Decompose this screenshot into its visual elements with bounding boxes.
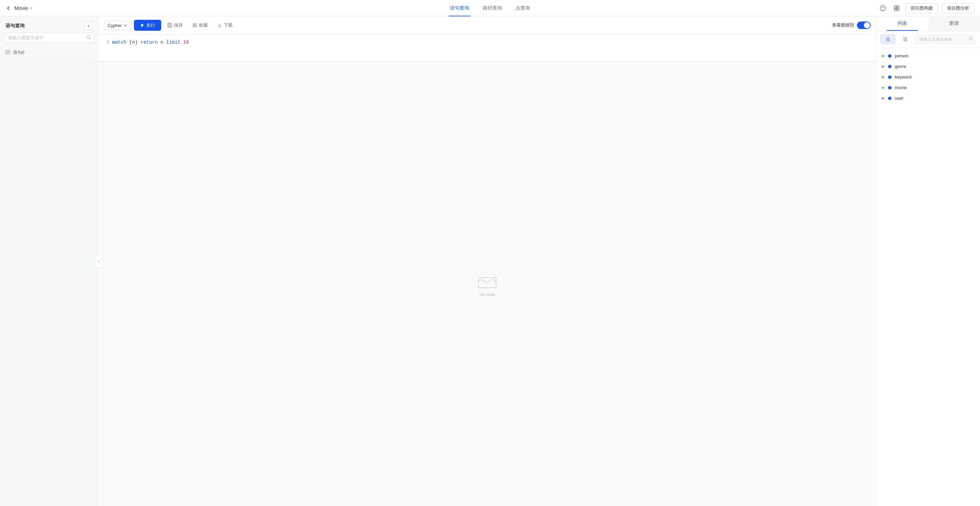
node-item-person[interactable]: ▶ person (877, 51, 980, 61)
node-search-icon (969, 36, 973, 42)
node-label-movie: movie (895, 85, 907, 90)
svg-rect-18 (193, 25, 194, 27)
node-expand-icon: ▶ (882, 64, 885, 69)
nav-right-area: ? 前往图构建 前往图分析 (878, 3, 975, 13)
no-data-icon (477, 271, 498, 289)
collect-icon (192, 23, 197, 28)
download-icon (217, 23, 222, 28)
sidebar-search-input[interactable] (4, 33, 94, 43)
result-panel: No data (99, 62, 876, 506)
sentence-icon (5, 50, 10, 56)
svg-rect-17 (195, 24, 196, 25)
node-label-genre: genre (895, 64, 906, 69)
svg-rect-3 (897, 6, 899, 8)
svg-line-7 (90, 38, 91, 39)
node-label-user: user (895, 95, 904, 101)
filter-edge-button[interactable]: 边 (898, 35, 913, 44)
right-tab-graph[interactable]: 图谱 (928, 16, 980, 31)
tab-point-query[interactable]: 点查询 (514, 0, 531, 16)
svg-rect-15 (169, 25, 171, 27)
help-icon-button[interactable]: ? (878, 3, 888, 13)
node-dot (888, 65, 891, 68)
right-panel: 列表 图谱 点 边 (876, 16, 980, 506)
svg-rect-16 (193, 24, 194, 25)
svg-rect-14 (169, 23, 170, 25)
keyword-return: return (140, 38, 158, 46)
filter-point-button[interactable]: 点 (881, 35, 895, 44)
main-layout: 语句查询 + (0, 16, 980, 506)
view-model-toggle[interactable] (857, 22, 871, 29)
sidebar-item-sentence0[interactable]: 语句0 (0, 47, 98, 59)
collapse-sidebar-button[interactable]: ‹ (95, 254, 103, 268)
keyword-match: match (112, 38, 126, 46)
node-dot (888, 97, 891, 100)
main-content: Cypher 执行 保存 (99, 16, 876, 506)
node-expand-icon: ▶ (882, 54, 885, 58)
sidebar-item-label: 语句0 (13, 49, 24, 56)
back-button[interactable] (5, 5, 12, 11)
no-data-container: No data (477, 271, 498, 297)
right-tab-list[interactable]: 列表 (877, 16, 928, 31)
svg-text:?: ? (882, 6, 884, 10)
code-var: n (161, 38, 163, 46)
right-panel-toolbar: 点 边 (877, 31, 980, 48)
tab-path-query[interactable]: 路径查询 (482, 0, 503, 16)
sidebar-search-area (4, 33, 94, 43)
code-paren: (n) (129, 38, 138, 46)
sidebar-header: 语句查询 + (0, 16, 98, 33)
goto-graph-build-button[interactable]: 前往图构建 (905, 3, 938, 13)
run-play-icon (140, 23, 144, 27)
sidebar-wrapper: 语句查询 + (0, 16, 99, 506)
node-dot (888, 54, 891, 58)
top-nav: Movie ∨ 语句查询 路径查询 点查询 ? 前往图构建 (0, 0, 980, 16)
sidebar: 语句查询 + (0, 16, 99, 59)
node-item-genre[interactable]: ▶ genre (877, 61, 980, 72)
collect-button[interactable]: 收藏 (189, 21, 211, 30)
svg-rect-21 (478, 278, 496, 288)
node-expand-icon: ▶ (882, 86, 885, 90)
node-list: ▶ person ▶ genre ▶ keyword ▶ mov (877, 48, 980, 506)
keyword-limit: limit (166, 38, 180, 46)
sidebar-list: 语句0 (0, 47, 98, 59)
node-item-user[interactable]: ▶ user (877, 93, 980, 103)
add-sentence-button[interactable]: + (84, 22, 92, 30)
node-dot (888, 75, 891, 79)
right-panel-tabs: 列表 图谱 (877, 16, 980, 31)
center-right-area: Cypher 执行 保存 (99, 16, 980, 506)
svg-point-6 (87, 35, 90, 38)
node-search-area (915, 35, 976, 44)
run-button[interactable]: 执行 (134, 20, 161, 31)
node-item-movie[interactable]: ▶ movie (877, 82, 980, 93)
layout-icon-button[interactable] (892, 3, 901, 13)
node-dot (888, 86, 891, 89)
svg-line-24 (972, 40, 973, 41)
node-expand-icon: ▶ (882, 75, 885, 79)
toolbar: Cypher 执行 保存 (99, 16, 876, 35)
svg-rect-4 (894, 8, 896, 11)
goto-graph-analysis-button[interactable]: 前往图分析 (942, 3, 975, 13)
nav-tabs: 语句查询 路径查询 点查询 (449, 0, 531, 16)
split-panel: 1 match (n) return n limit 10 (99, 35, 876, 506)
svg-rect-19 (195, 25, 196, 27)
svg-rect-2 (894, 6, 896, 8)
title-chevron-icon: ∨ (29, 6, 32, 11)
app-title[interactable]: Movie ∨ (14, 5, 32, 11)
svg-rect-5 (897, 8, 899, 11)
line-number-1: 1 (104, 38, 109, 46)
editor-panel: 1 match (n) return n limit 10 (99, 35, 876, 62)
download-button[interactable]: 下载 (214, 21, 236, 30)
node-item-keyword[interactable]: ▶ keyword (877, 72, 980, 82)
sidebar-search-icon (86, 35, 91, 41)
code-number: 10 (183, 38, 189, 46)
save-button[interactable]: 保存 (164, 21, 186, 30)
svg-point-23 (969, 37, 972, 40)
tab-sentence-query[interactable]: 语句查询 (449, 0, 471, 16)
node-search-input[interactable] (915, 35, 976, 44)
node-label-person: person (895, 53, 908, 59)
save-icon (167, 23, 172, 28)
toolbar-right: 查看图模型 (832, 22, 871, 29)
cypher-chevron-icon (123, 23, 127, 27)
editor-area[interactable]: 1 match (n) return n limit 10 (99, 35, 876, 62)
node-label-keyword: keyword (895, 75, 911, 79)
cypher-select[interactable]: Cypher (104, 21, 131, 30)
